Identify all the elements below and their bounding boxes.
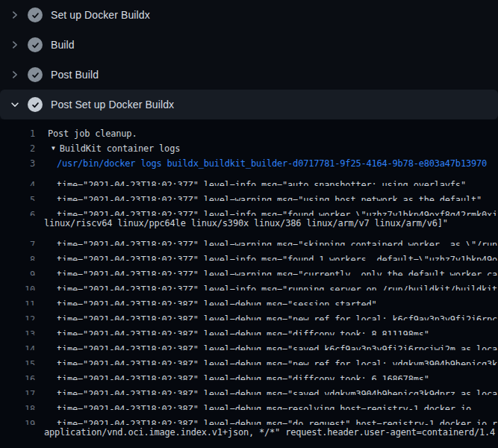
log-line: 11 time="2021-04-23T18:02:38Z" level=deb… xyxy=(0,290,498,305)
log-line: 18 time="2021-04-23T18:02:38Z" level=deb… xyxy=(0,395,498,410)
log-line: 7 time="2021-04-23T18:02:37Z" level=warn… xyxy=(0,231,498,246)
chevron-right-icon[interactable] xyxy=(9,9,21,21)
step-header-post-build[interactable]: Post Build xyxy=(0,60,498,90)
step-header-post-setup-docker-buildx[interactable]: Post Set up Docker Buildx xyxy=(0,90,498,119)
check-circle-icon xyxy=(28,7,43,22)
step-label: Set up Docker Buildx xyxy=(51,9,150,21)
check-circle-icon xyxy=(28,67,43,82)
log-line-number[interactable]: 2 xyxy=(0,141,35,156)
group-title[interactable]: BuildKit container logs xyxy=(60,141,181,156)
log-line: 1 Post job cleanup. xyxy=(0,126,498,141)
log-line-number[interactable]: 1 xyxy=(0,126,35,141)
log-line-number[interactable]: 18 xyxy=(0,402,35,410)
log-line-number[interactable]: 6 xyxy=(0,208,35,216)
log-line: 9 time="2021-04-23T18:02:37Z" level=warn… xyxy=(0,261,498,276)
log-line: 5 time="2021-04-23T18:02:37Z" level=warn… xyxy=(0,186,498,201)
log-line-number[interactable]: 10 xyxy=(0,282,35,290)
log-line: 6 time="2021-04-23T18:02:37Z" level=info… xyxy=(0,201,498,216)
log-line: 15 time="2021-04-23T18:02:38Z" level=deb… xyxy=(0,350,498,365)
log-line-number[interactable]: 5 xyxy=(0,193,35,201)
log-line: 19 time="2021-04-23T18:02:38Z" level=deb… xyxy=(0,410,498,425)
step-header-build[interactable]: Build xyxy=(0,30,498,60)
group-collapse-triangle-icon[interactable]: ▼ xyxy=(52,141,55,156)
log-line-number[interactable]: 4 xyxy=(0,178,35,186)
log-line-number[interactable]: 7 xyxy=(0,237,35,246)
log-line: 4 time="2021-04-23T18:02:37Z" level=info… xyxy=(0,171,498,186)
check-circle-icon xyxy=(28,37,43,52)
chevron-right-icon[interactable] xyxy=(9,39,21,51)
log-line-continuation: application/vnd.oci.image.index.v1+json,… xyxy=(0,425,498,440)
log-line: 20 time="2021-04-23T18:02:38Z" level=deb… xyxy=(0,440,498,448)
log-line: 12 time="2021-04-23T18:02:38Z" level=deb… xyxy=(0,305,498,320)
log-line-number[interactable]: 8 xyxy=(0,252,35,261)
log-line-number[interactable]: 9 xyxy=(0,267,35,276)
step-header-setup-docker-buildx[interactable]: Set up Docker Buildx xyxy=(0,0,498,30)
step-label: Post Build xyxy=(51,69,99,81)
log-line: 14 time="2021-04-23T18:02:38Z" level=deb… xyxy=(0,335,498,350)
log-line: 8 time="2021-04-23T18:02:37Z" level=info… xyxy=(0,246,498,261)
log-line-continuation: linux/riscv64 linux/ppc64le linux/s390x … xyxy=(0,216,498,231)
log-line-number[interactable]: 14 xyxy=(0,342,35,350)
chevron-down-icon[interactable] xyxy=(9,99,21,111)
log-line-number[interactable]: 11 xyxy=(0,297,35,305)
log-line: 10 time="2021-04-23T18:02:37Z" level=inf… xyxy=(0,276,498,290)
log-output: 1 Post job cleanup. 2 ▼ BuildKit contain… xyxy=(0,119,498,448)
log-command-line: 3 /usr/bin/docker logs buildx_buildkit_b… xyxy=(0,156,498,171)
log-line-number[interactable]: 19 xyxy=(0,417,35,425)
log-line-number[interactable]: 16 xyxy=(0,372,35,380)
chevron-right-icon[interactable] xyxy=(9,69,21,81)
log-line-number[interactable]: 13 xyxy=(0,327,35,335)
steps-list: Set up Docker Buildx Build Post Build Po… xyxy=(0,0,498,119)
log-line-number[interactable]: 12 xyxy=(0,312,35,320)
log-line-number[interactable]: 3 xyxy=(0,156,35,171)
log-line: 17 time="2021-04-23T18:02:38Z" level=deb… xyxy=(0,380,498,395)
log-group-line[interactable]: 2 ▼ BuildKit container logs xyxy=(0,141,498,156)
check-circle-icon xyxy=(28,97,43,112)
log-line: 16 time="2021-04-23T18:02:38Z" level=deb… xyxy=(0,365,498,380)
log-line-number[interactable]: 17 xyxy=(0,387,35,395)
step-label: Post Set up Docker Buildx xyxy=(51,99,174,111)
step-label: Build xyxy=(51,39,75,51)
log-line-number[interactable]: 15 xyxy=(0,357,35,365)
log-line: 13 time="2021-04-23T18:02:38Z" level=deb… xyxy=(0,320,498,335)
